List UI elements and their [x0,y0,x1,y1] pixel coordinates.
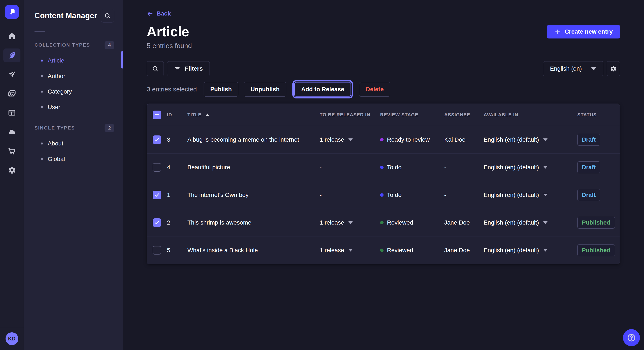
cell-to-be-released-in[interactable]: 1 release [320,219,380,226]
table-row[interactable]: 4Beautiful picture-To do-English (en) (d… [147,154,620,181]
cell-available-in[interactable]: English (en) (default) [484,136,577,143]
cell-checkbox [147,218,166,227]
table-body: 3A bug is becoming a meme on the interne… [147,126,620,264]
back-link[interactable]: Back [147,10,171,17]
sidebar-item-global[interactable]: Global [34,151,114,167]
subnav-header: Content Manager [24,0,123,22]
chevron-down-icon [543,138,548,141]
row-checkbox[interactable] [153,191,161,199]
filters-button[interactable]: Filters [167,61,210,76]
filter-icon [174,65,180,72]
select-all-checkbox[interactable] [153,111,161,119]
chevron-down-icon [348,138,353,141]
column-header-title[interactable]: TITLE [188,112,320,118]
cell-title: Beautiful picture [188,164,320,171]
row-checkbox[interactable] [153,163,161,172]
column-header-review-stage[interactable]: REVIEW STAGE [380,112,444,118]
back-label: Back [156,10,171,17]
sidebar-item-label: Category [48,88,72,95]
cell-to-be-released-in: - [320,164,380,171]
stage-dot-icon [380,193,384,197]
bullet-icon [41,106,43,108]
bullet-icon [41,91,43,93]
user-avatar[interactable]: KD [6,332,18,345]
cell-available-in[interactable]: English (en) (default) [484,219,577,226]
cell-review-stage: To do [380,164,444,171]
search-icon [152,65,159,72]
locale-select[interactable]: English (en) [543,61,603,76]
sidebar-item-label: About [48,140,63,147]
nav-content-type-builder[interactable] [4,106,20,120]
cell-assignee: Jane Doe [444,219,484,226]
list-search-button[interactable] [147,61,164,76]
nav-media-library[interactable] [4,87,20,100]
nav-settings[interactable] [4,163,20,177]
chevron-down-icon [591,67,596,70]
nav-home[interactable] [4,29,20,43]
chevron-down-icon [348,249,353,252]
cell-title: A bug is becoming a meme on the internet [188,136,320,143]
chevron-down-icon [543,249,548,252]
cell-checkbox [147,246,166,255]
nav-releases[interactable] [4,68,20,81]
cell-to-be-released-in[interactable]: 1 release [320,136,380,143]
nav-cloud[interactable] [4,125,20,139]
row-checkbox[interactable] [153,136,161,144]
help-button[interactable] [623,329,640,346]
table-row[interactable]: 5What's inside a Black Hole1 releaseRevi… [147,236,620,264]
row-checkbox[interactable] [153,218,161,227]
cell-id: 4 [166,164,188,171]
cell-review-stage: Reviewed [380,219,444,226]
sidebar-item-author[interactable]: Author [34,68,114,84]
cell-id: 1 [166,191,188,198]
images-icon [8,89,16,98]
subnav-sections: COLLECTION TYPES4ArticleAuthorCategoryUs… [24,41,123,167]
delete-button[interactable]: Delete [359,82,390,97]
column-header-assignee[interactable]: ASSIGNEE [444,112,484,118]
strapi-logo[interactable] [5,5,19,19]
status-badge: Draft [577,161,600,173]
create-new-entry-button[interactable]: Create new entry [547,25,620,38]
table-row[interactable]: 3A bug is becoming a meme on the interne… [147,126,620,154]
column-header-id[interactable]: ID [166,112,188,118]
table-row[interactable]: 2This shrimp is awesome1 releaseReviewed… [147,209,620,236]
column-header-available-in[interactable]: AVAILABLE IN [484,112,577,118]
subnav-search-button[interactable] [101,9,114,22]
cell-to-be-released-in[interactable]: 1 release [320,247,380,254]
entries-table: ID TITLE TO BE RELEASED IN REVIEW STAGE … [147,104,620,264]
sidebar-item-user[interactable]: User [34,99,114,115]
sidebar-item-category[interactable]: Category [34,84,114,99]
row-checkbox[interactable] [153,246,161,255]
cell-assignee: - [444,164,484,171]
cell-id: 5 [166,247,188,254]
content-manager-sidebar: Content Manager COLLECTION TYPES4Article… [24,0,123,350]
bullet-icon [41,158,43,160]
nav-content-manager[interactable] [4,48,20,62]
section-label: COLLECTION TYPES [34,42,90,48]
list-settings-button[interactable] [607,61,620,76]
cell-review-stage: To do [380,191,444,198]
chevron-down-icon [543,221,548,224]
cell-available-in[interactable]: English (en) (default) [484,164,577,171]
cell-checkbox [147,191,166,199]
cell-checkbox [147,136,166,144]
section-count-badge: 2 [104,124,114,132]
column-header-to-be-released-in[interactable]: TO BE RELEASED IN [320,112,380,118]
nav-marketplace[interactable] [4,144,20,158]
cell-available-in[interactable]: English (en) (default) [484,191,577,198]
stage-dot-icon [380,166,384,169]
add-to-release-button[interactable]: Add to Release [294,82,351,97]
unpublish-button[interactable]: Unpublish [244,82,286,97]
cell-available-in[interactable]: English (en) (default) [484,247,577,254]
column-header-status[interactable]: STATUS [577,112,620,118]
main-nav: KD [0,0,24,350]
sidebar-item-about[interactable]: About [34,136,114,151]
layout-icon [8,108,16,117]
action-row: Filters English (en) [147,61,620,76]
sidebar-item-label: Article [48,57,64,64]
sidebar-item-article[interactable]: Article [34,53,114,68]
table-row[interactable]: 1The internet's Own boy-To do-English (e… [147,181,620,209]
publish-button[interactable]: Publish [204,82,238,97]
subnav-active-indicator [122,51,123,68]
avatar-initials: KD [8,336,16,342]
